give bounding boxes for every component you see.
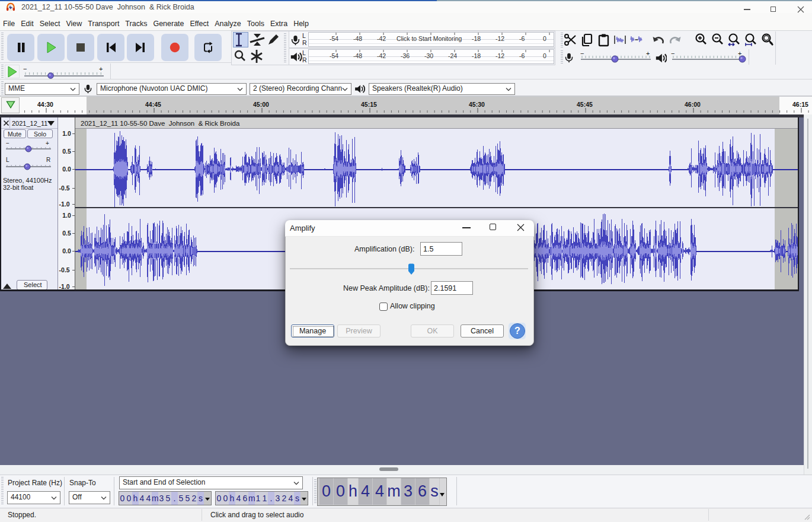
svg-text:2021_12_11 10-55-50 Dave John: 2021_12_11 10-55-50 Dave Johnson & Rick … bbox=[81, 120, 240, 127]
